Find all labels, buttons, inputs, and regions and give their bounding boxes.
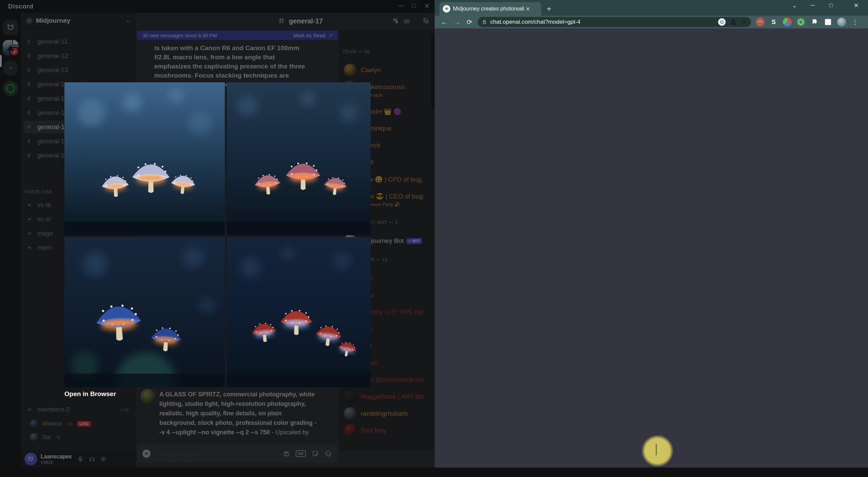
speaker-icon xyxy=(27,231,35,236)
server-icon-midjourney[interactable]: 3 xyxy=(3,40,18,56)
browser-toolbar: ← → ⟳ chat.openai.com/chat?model=gpt-4 G… xyxy=(435,16,868,28)
channel-item-general-12[interactable]: # general-12 xyxy=(24,49,133,62)
side-panel-icon[interactable] xyxy=(824,18,832,26)
emoji-icon[interactable] xyxy=(325,450,332,457)
screen: Discord ─ □ ✕ ᗢ 3 + ✓ Midjourney ⌄ xyxy=(0,0,868,477)
hash-icon xyxy=(278,17,285,24)
channel-item-general-13[interactable]: # general-13 xyxy=(24,64,133,77)
streaming-badge xyxy=(12,40,18,45)
member-name: ramblingrhubarb xyxy=(361,410,408,417)
new-messages-banner[interactable]: 30 new messages since 6:30 PM Mark As Re… xyxy=(137,30,338,40)
server-unread-badge: 3 xyxy=(9,47,18,56)
browser-maximize-button[interactable]: □ xyxy=(825,2,837,9)
thread-count: 48 xyxy=(403,19,410,25)
server-header[interactable]: ✓ Midjourney ⌄ xyxy=(21,13,136,29)
extension-red-icon[interactable]: ◠ xyxy=(756,18,765,26)
new-tab-button[interactable]: + xyxy=(547,4,551,14)
speaker-icon xyxy=(27,216,35,222)
mushroom-photo-top-left[interactable] xyxy=(64,82,225,235)
bookmark-star-icon[interactable]: ☆ xyxy=(741,19,746,25)
member-scrollbar-thumb[interactable] xyxy=(431,34,434,108)
sticker-icon[interactable] xyxy=(312,450,319,457)
mark-as-read-button[interactable]: Mark As Read xyxy=(293,33,325,38)
voice-channel-name: vc-te xyxy=(37,201,51,209)
settings-gear-icon[interactable] xyxy=(100,456,106,462)
discord-maximize-button[interactable]: □ xyxy=(409,2,419,9)
chevron-down-icon: ⌄ xyxy=(126,17,130,23)
member-item[interactable]: ramblingrhubarb xyxy=(344,407,427,420)
user-discriminator: #2625 xyxy=(41,460,72,465)
url-text[interactable]: chat.openai.com/chat?model=gpt-4 xyxy=(490,19,718,25)
browser-window: ✳ Midjourney creates photorealisti ✕ + ⌄… xyxy=(435,0,868,468)
voice-user-name: Sal xyxy=(42,434,51,441)
member-item[interactable]: Maggiefrock | ART tiktok… xyxy=(344,390,427,403)
avatar xyxy=(30,433,39,442)
extension-shield-icon[interactable] xyxy=(796,18,805,26)
message-input[interactable]: + Message #general-17 GIF xyxy=(137,444,338,463)
browser-menu-chevron[interactable]: ⌄ xyxy=(789,2,800,9)
avatar xyxy=(344,64,357,77)
mushroom-photo-bottom-left[interactable] xyxy=(64,237,225,387)
open-in-browser-link[interactable]: Open in Browser xyxy=(64,390,116,398)
forum-channel-icon: # xyxy=(27,95,35,102)
browser-minimize-button[interactable]: ─ xyxy=(807,2,818,9)
channel-name: general-18 xyxy=(37,138,68,145)
discord-titlebar: Discord ─ □ ✕ xyxy=(0,0,435,13)
voice-user-Wintera[interactable]: Wintera LIVE xyxy=(30,418,132,430)
google-icon[interactable]: G xyxy=(718,18,726,26)
channel-item-general-11[interactable]: # general-11 xyxy=(24,35,133,48)
kebab-menu-icon[interactable]: ⋮ xyxy=(851,18,860,26)
channel-name: general-11 xyxy=(37,38,67,45)
discord-close-button[interactable]: ✕ xyxy=(422,2,432,10)
extension-s-icon[interactable]: S xyxy=(769,18,778,26)
member-item[interactable]: Red May xyxy=(344,424,427,437)
channel-name: general-12 xyxy=(37,52,68,60)
profile-avatar[interactable] xyxy=(837,18,846,26)
mushroom-photo-bottom-right[interactable] xyxy=(227,237,371,387)
extension-color-icon[interactable] xyxy=(783,18,792,26)
browser-tabstrip: ✳ Midjourney creates photorealisti ✕ + ⌄… xyxy=(435,0,868,16)
discord-window: Discord ─ □ ✕ ᗢ 3 + ✓ Midjourney ⌄ xyxy=(0,0,435,468)
discord-home-button[interactable]: ᗢ xyxy=(3,20,18,35)
user-avatar[interactable]: ᗢ xyxy=(24,453,37,465)
extensions-puzzle-icon[interactable] xyxy=(810,18,819,26)
mic-icon[interactable] xyxy=(77,456,83,462)
forum-channel-icon: # xyxy=(27,52,35,60)
voice-channel-name: stage xyxy=(37,230,53,237)
explore-server-icon[interactable] xyxy=(3,81,18,96)
voice-section-header[interactable]: VOICE CHA xyxy=(24,189,52,194)
share-icon[interactable] xyxy=(730,19,736,25)
channel-name: general-15 xyxy=(37,95,68,102)
forum-channel-icon: # xyxy=(27,81,35,88)
browser-close-button[interactable]: ✕ xyxy=(850,2,862,9)
reload-icon[interactable]: ⟳ xyxy=(467,18,472,26)
discord-window-title: Discord xyxy=(8,3,33,10)
forward-icon[interactable]: → xyxy=(454,18,460,26)
lock-icon xyxy=(482,20,487,25)
avatar xyxy=(344,390,357,403)
gift-icon[interactable] xyxy=(283,450,290,457)
avatar xyxy=(344,407,357,420)
threads-icon[interactable] xyxy=(392,17,399,24)
mushroom-photo-top-right[interactable] xyxy=(227,82,371,235)
message-avatar[interactable] xyxy=(140,389,155,404)
forum-channel-icon: # xyxy=(27,152,35,159)
attach-plus-icon[interactable]: + xyxy=(142,450,151,458)
discord-minimize-button[interactable]: ─ xyxy=(396,2,406,9)
browser-tab[interactable]: ✳ Midjourney creates photorealisti ✕ xyxy=(439,2,541,16)
voice-channel-name: members-2 xyxy=(37,406,70,413)
forum-channel-icon: # xyxy=(27,123,35,131)
headphones-icon[interactable] xyxy=(89,456,95,462)
voice-channel-name: vc-cr xyxy=(37,215,51,223)
screen-bottom-strip xyxy=(0,468,868,477)
tab-close-icon[interactable]: ✕ xyxy=(526,6,530,12)
voice-channel-members-2[interactable]: members-2 4 45 xyxy=(24,403,133,416)
back-icon[interactable]: ← xyxy=(441,18,448,26)
add-server-button[interactable]: + xyxy=(3,60,18,76)
gif-picker-icon[interactable]: GIF xyxy=(296,450,306,457)
member-item[interactable]: Caelyn xyxy=(344,64,427,77)
address-bar[interactable]: chat.openai.com/chat?model=gpt-4 G ☆ xyxy=(478,17,751,27)
chatgpt-favicon: ✳ xyxy=(443,5,450,13)
notifications-muted-icon[interactable] xyxy=(422,17,429,24)
voice-user-Sal[interactable]: Sal xyxy=(30,432,132,443)
